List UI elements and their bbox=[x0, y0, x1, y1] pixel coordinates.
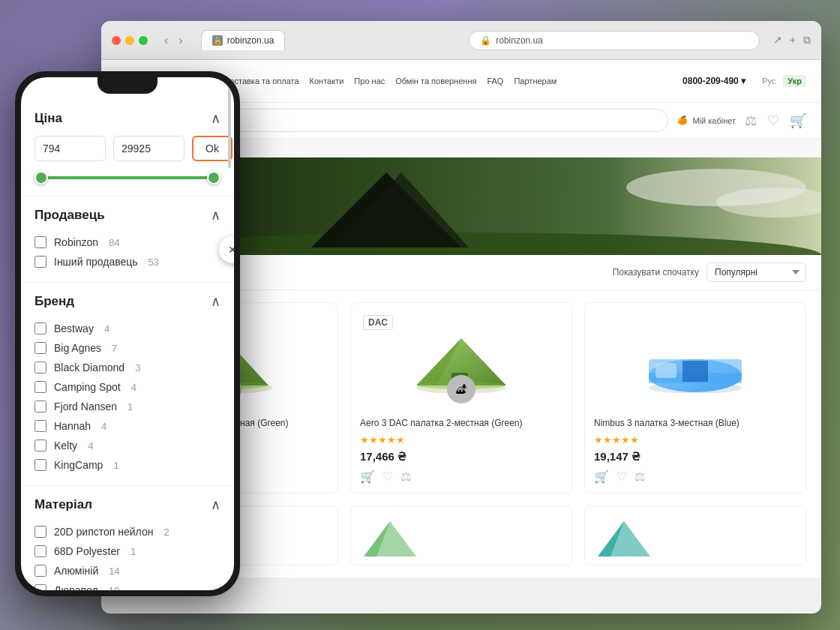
back-button[interactable]: ‹ bbox=[161, 32, 171, 49]
compare-button[interactable]: ⚖ bbox=[634, 470, 645, 484]
filter-price-header: Ціна ∧ bbox=[34, 110, 220, 127]
close-button[interactable] bbox=[112, 36, 121, 45]
product-actions: 🛒 ♡ ⚖ bbox=[360, 470, 562, 484]
filter-section-material: Матеріал ∧ 20D рипстоп нейлон 2 68D Poly… bbox=[21, 486, 234, 590]
slider-thumb-min[interactable] bbox=[34, 171, 48, 184]
seller-checkbox-item[interactable]: Robinzon 84 bbox=[34, 232, 220, 252]
material-checkbox-item[interactable]: Алюміній 14 bbox=[34, 561, 220, 580]
material-20d-count: 2 bbox=[164, 526, 169, 538]
share-icon[interactable]: ↗ bbox=[773, 34, 782, 46]
product-stars: ★★★★★ bbox=[594, 434, 796, 446]
price-ok-button[interactable]: Ok bbox=[192, 136, 232, 161]
material-checkbox-item[interactable]: 68D Polyester 1 bbox=[34, 542, 220, 561]
add-to-wishlist-button[interactable]: ♡ bbox=[382, 470, 393, 484]
compat-icon: 🏕 bbox=[447, 375, 476, 404]
slider-thumb-max[interactable] bbox=[207, 171, 220, 184]
brand-bestway-checkbox[interactable] bbox=[34, 322, 46, 334]
brand-blackdiamond-checkbox[interactable] bbox=[34, 362, 46, 374]
filter-brand-header: Бренд ∧ bbox=[34, 293, 220, 310]
nav-faq[interactable]: FAQ bbox=[487, 76, 503, 86]
brand-kingcamp-checkbox[interactable] bbox=[34, 459, 46, 471]
material-68d-checkbox[interactable] bbox=[34, 545, 46, 557]
brand-hannah-count: 4 bbox=[101, 421, 106, 432]
material-aluminium-checkbox[interactable] bbox=[34, 565, 46, 577]
brand-campingspot-count: 4 bbox=[131, 382, 136, 393]
material-checkbox-item[interactable]: 20D рипстоп нейлон 2 bbox=[34, 522, 220, 542]
nav-partners[interactable]: Партнерам bbox=[514, 76, 556, 86]
seller-robinzon-checkbox[interactable] bbox=[34, 236, 46, 248]
filter-material-title: Матеріал bbox=[34, 497, 92, 512]
forward-button[interactable]: › bbox=[176, 32, 185, 49]
add-to-wishlist-button[interactable]: ♡ bbox=[616, 470, 627, 484]
seller-other-checkbox-item[interactable]: Інший продавець 53 bbox=[34, 252, 220, 272]
address-bar[interactable]: 🔒 robinzon.ua bbox=[469, 31, 760, 50]
seller-other-checkbox[interactable] bbox=[34, 256, 46, 268]
address-text: robinzon.ua bbox=[496, 35, 543, 46]
brand-checkbox-item[interactable]: Camping Spot 4 bbox=[34, 377, 220, 397]
brand-kingcamp-count: 1 bbox=[113, 460, 118, 471]
compare-icon[interactable]: ⚖ bbox=[745, 112, 757, 129]
nav-returns[interactable]: Обмін та повернення bbox=[395, 76, 476, 86]
material-checkbox-item[interactable]: Дюрапол 10 bbox=[34, 580, 220, 590]
brand-checkbox-item[interactable]: KingCamp 1 bbox=[34, 455, 220, 475]
sort-select[interactable]: Популярні Новинки Ціна: від низької Ціна… bbox=[706, 262, 806, 282]
brand-checkbox-item[interactable]: Hannah 4 bbox=[34, 416, 220, 436]
brand-checkbox-item[interactable]: Fjord Nansen 1 bbox=[34, 397, 220, 416]
cart-icon[interactable]: 🛒 bbox=[790, 112, 806, 129]
material-68d-label: 68D Polyester bbox=[54, 545, 120, 557]
seller-collapse-button[interactable]: ∧ bbox=[211, 207, 220, 224]
add-to-cart-button[interactable]: 🛒 bbox=[360, 470, 375, 484]
brand-checkbox-item[interactable]: Kelty 4 bbox=[34, 436, 220, 455]
price-max-input[interactable] bbox=[113, 136, 184, 161]
add-to-cart-button[interactable]: 🛒 bbox=[594, 470, 609, 484]
compare-button[interactable]: ⚖ bbox=[400, 470, 411, 484]
product-image: DAC 🏕 bbox=[360, 312, 562, 410]
product-card[interactable]: Nimbus 3 палатка 3-местная (Blue) ★★★★★ … bbox=[584, 302, 806, 494]
brand-kelty-checkbox[interactable] bbox=[34, 440, 46, 452]
product-card[interactable] bbox=[350, 506, 572, 566]
filter-material-header: Матеріал ∧ bbox=[34, 496, 220, 513]
brand-hannah-checkbox[interactable] bbox=[34, 420, 46, 432]
lang-rus[interactable]: Рус bbox=[758, 75, 780, 87]
filter-section-seller: Продавець ∧ Robinzon 84 Інший продавець … bbox=[21, 196, 234, 283]
brand-campingspot-checkbox[interactable] bbox=[34, 381, 46, 393]
phone-number[interactable]: 0800-209-490 ▾ bbox=[682, 76, 746, 86]
browser-tab[interactable]: 🔒 robinzon.ua bbox=[201, 30, 286, 50]
main-nav: Доставка та оплата Контакти Про нас Обмі… bbox=[224, 76, 670, 86]
material-collapse-button[interactable]: ∧ bbox=[211, 496, 220, 513]
nav-delivery[interactable]: Доставка та оплата bbox=[224, 76, 299, 86]
brand-bigagnes-checkbox[interactable] bbox=[34, 342, 46, 354]
brand-checkbox-item[interactable]: Bestway 4 bbox=[34, 319, 220, 338]
sort-area: Показувати спочатку Популярні Новинки Ці… bbox=[613, 262, 806, 282]
price-slider[interactable] bbox=[34, 170, 220, 185]
plus-icon[interactable]: + bbox=[790, 34, 796, 46]
minimize-button[interactable] bbox=[125, 36, 134, 45]
seller-robinzon-label: Robinzon bbox=[54, 236, 98, 248]
brand-collapse-button[interactable]: ∧ bbox=[211, 293, 220, 310]
material-dyurapol-label: Дюрапол bbox=[54, 584, 98, 590]
nav-contacts[interactable]: Контакти bbox=[310, 76, 344, 86]
my-cabinet[interactable]: 🍊 Мій кабінет bbox=[677, 116, 736, 125]
header-actions: ⚖ ♡ 🛒 bbox=[745, 112, 806, 129]
product-price: 19,147 ₴ bbox=[594, 450, 796, 464]
product-card[interactable] bbox=[584, 506, 806, 566]
price-min-input[interactable] bbox=[34, 136, 106, 161]
brand-fjordnansen-checkbox[interactable] bbox=[34, 400, 46, 412]
wishlist-icon[interactable]: ♡ bbox=[767, 112, 779, 129]
brand-checkbox-item[interactable]: Black Diamond 3 bbox=[34, 358, 220, 377]
mobile-screen: × Ціна ∧ Ok bbox=[21, 77, 234, 590]
material-dyurapol-checkbox[interactable] bbox=[34, 584, 46, 590]
brand-checkbox-item[interactable]: Big Agnes 7 bbox=[34, 338, 220, 358]
tabs-icon[interactable]: ⧉ bbox=[803, 34, 811, 46]
brand-kelty-label: Kelty bbox=[54, 440, 77, 452]
brand-bestway-count: 4 bbox=[104, 323, 110, 334]
lang-ukr[interactable]: Укр bbox=[783, 75, 806, 87]
maximize-button[interactable] bbox=[139, 36, 148, 45]
product-card[interactable]: DAC 🏕 bbox=[350, 302, 572, 494]
price-collapse-button[interactable]: ∧ bbox=[211, 110, 220, 127]
brand-bigagnes-label: Big Agnes bbox=[54, 342, 101, 354]
material-20d-checkbox[interactable] bbox=[34, 526, 46, 538]
material-20d-label: 20D рипстоп нейлон bbox=[54, 526, 153, 538]
nav-about[interactable]: Про нас bbox=[354, 76, 385, 86]
browser-nav: ‹ › bbox=[161, 32, 186, 49]
